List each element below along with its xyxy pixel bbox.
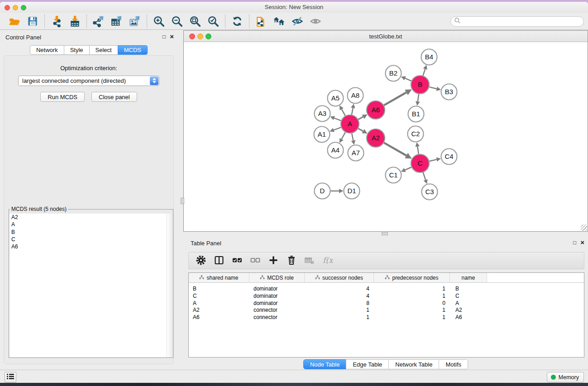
graph-node-A[interactable]: A [341,115,359,133]
column-header-successor-nodes[interactable]: successor nodes [305,273,374,282]
mcds-result-item[interactable]: A6 [10,243,172,250]
table-cell[interactable]: dominator [249,300,305,307]
mcds-result-item[interactable]: B [10,229,172,236]
table-cell[interactable]: 0 [374,300,450,307]
graph-node-B4[interactable]: B4 [421,49,437,65]
table-cell[interactable]: 1 [305,314,374,321]
edge-B-B2[interactable] [405,78,411,81]
graph-node-A1[interactable]: A1 [314,127,330,143]
table-cell[interactable]: A2 [450,307,487,314]
table-cell[interactable]: A6 [450,314,487,321]
column-header-name[interactable]: name [450,273,487,282]
tab-style[interactable]: Style [64,45,90,55]
graph-node-B3[interactable]: B3 [441,84,457,100]
graph-node-C3[interactable]: C3 [422,184,438,200]
export-network-button[interactable] [90,14,108,29]
table-cell[interactable]: C [189,293,249,300]
tab-motifs[interactable]: Motifs [439,359,468,369]
close-panel-icon[interactable]: × [170,34,174,39]
edge-C-C4[interactable] [429,159,436,161]
close-panel-button[interactable]: Close panel [91,92,137,102]
column-header-shared-name[interactable]: shared name [189,273,249,282]
edge-A-A5[interactable] [342,109,345,115]
criterion-dropdown[interactable]: largest connected component (directed) [18,76,159,86]
float-panel-icon[interactable]: □ [573,240,576,245]
graph-node-A5[interactable]: A5 [328,91,344,106]
graph-node-A7[interactable]: A7 [348,145,364,161]
graph-node-A2[interactable]: A2 [367,129,385,147]
edge-B-B4[interactable] [423,69,425,76]
tab-edge-table[interactable]: Edge Table [346,359,389,369]
export-image-button[interactable] [126,14,144,29]
zoom-in-button[interactable] [150,14,168,29]
table-cell[interactable]: 1 [374,286,450,293]
graph-node-C[interactable]: C [411,154,429,172]
horizontal-split-handle[interactable] [382,232,388,235]
table-row[interactable]: A6connector11A6 [189,314,584,321]
table-cell[interactable]: C [450,293,487,300]
mcds-result-item[interactable]: C [10,236,172,243]
edge-A6-B[interactable] [384,92,406,105]
table-cell[interactable]: A2 [189,307,249,314]
table-row[interactable]: A2connector11A2 [189,307,584,314]
edge-A-A4[interactable] [342,132,345,139]
zoom-out-button[interactable] [168,14,186,29]
zoom-selected-button[interactable] [204,14,222,29]
column-layout-button[interactable] [211,254,227,267]
graph-node-B[interactable]: B [411,76,429,94]
search-box[interactable] [450,16,584,27]
column-header-MCDS-role[interactable]: MCDS role [249,273,305,282]
memory-button[interactable]: Memory [547,372,584,382]
table-cell[interactable]: dominator [249,293,305,300]
table-cell[interactable]: 1 [305,307,374,314]
run-mcds-button[interactable]: Run MCDS [40,92,85,102]
gear-button[interactable] [193,254,209,267]
import-network-button[interactable] [48,14,66,29]
mcds-result-item[interactable]: A2 [10,214,172,221]
table-cell[interactable]: A [450,300,487,307]
edge-A2-C[interactable] [384,143,406,155]
table-cell[interactable]: dominator [249,286,305,293]
open-folder-button[interactable] [5,14,24,29]
graph-node-D1[interactable]: D1 [344,183,360,199]
mcds-list-scrollbar[interactable] [167,214,172,357]
new-network-from-file-button[interactable] [252,14,270,29]
add-column-button[interactable] [266,254,281,267]
home-button[interactable] [270,14,288,29]
float-panel-icon[interactable]: □ [163,34,166,39]
edge-A-A8[interactable] [352,108,353,115]
table-cell[interactable]: B [450,286,487,293]
table-cell[interactable]: connector [249,307,305,314]
table-cell[interactable]: connector [249,314,305,321]
table-cell[interactable]: 8 [305,300,374,307]
unselect-all-button[interactable] [248,254,263,267]
graph-node-B1[interactable]: B1 [408,106,424,122]
tab-node-table[interactable]: Node Table [303,359,347,369]
table-cell[interactable]: A6 [189,314,249,321]
tab-mcds[interactable]: MCDS [118,45,148,55]
edge-A-A1[interactable] [334,127,341,130]
graph-node-B2[interactable]: B2 [386,66,402,81]
edge-A-A2[interactable] [358,129,363,131]
save-button[interactable] [24,14,42,29]
graph-node-A6[interactable]: A6 [367,101,385,119]
table-cell[interactable]: B [189,286,249,293]
zoom-fit-button[interactable] [186,14,204,29]
table-row[interactable]: Adominator80A [189,300,584,307]
graph-node-A3[interactable]: A3 [315,106,330,122]
vertical-split-handle[interactable] [181,198,184,204]
resize-grip-icon[interactable] [581,224,587,231]
edge-A-A3[interactable] [334,118,341,121]
table-cell[interactable]: 4 [305,293,374,300]
edge-B-B1[interactable] [418,94,419,102]
graph-node-A4[interactable]: A4 [328,143,344,158]
export-table-button[interactable] [108,14,126,29]
close-panel-icon[interactable]: × [580,240,584,245]
graph-node-D[interactable]: D [315,183,330,199]
select-all-button[interactable] [229,254,245,267]
refresh-button[interactable] [228,14,246,29]
table-row[interactable]: Bdominator41B [189,286,584,293]
table-row[interactable]: Cdominator41C [189,293,584,300]
table-cell[interactable]: 1 [374,314,450,321]
network-window-titlebar[interactable]: testGlobe.txt [184,31,588,42]
